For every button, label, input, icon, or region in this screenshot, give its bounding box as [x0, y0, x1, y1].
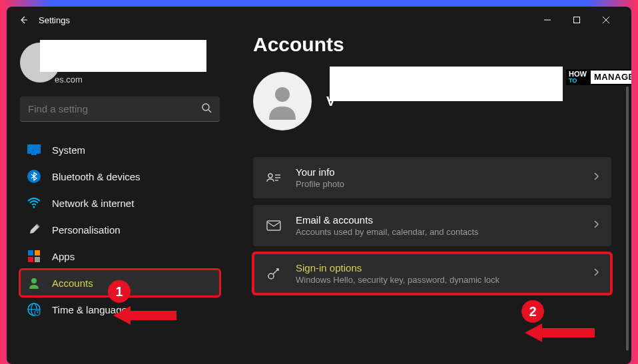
scrollbar[interactable]: [626, 87, 629, 351]
svg-point-26: [268, 273, 274, 279]
page-title: Accounts: [253, 33, 611, 56]
maximize-button[interactable]: [570, 13, 583, 27]
system-icon: [27, 142, 41, 157]
search-box[interactable]: [20, 96, 220, 122]
svg-rect-7: [31, 154, 37, 155]
user-block[interactable]: es.com: [20, 40, 220, 85]
card-title: Your info: [296, 166, 579, 178]
svg-rect-6: [27, 144, 41, 154]
person-icon: [27, 275, 41, 290]
svg-point-9: [33, 206, 35, 208]
svg-marker-27: [113, 306, 176, 325]
svg-point-4: [202, 104, 209, 110]
card-email-accounts[interactable]: Email & accounts Accounts used by email,…: [253, 205, 611, 246]
back-button[interactable]: [13, 10, 33, 30]
window-title: Settings: [39, 15, 70, 25]
annotation-badge-2: 2: [521, 300, 544, 323]
card-title: Email & accounts: [296, 214, 579, 226]
svg-point-21: [268, 174, 272, 178]
profile-row: V HOWTO MANAGE DEVICES: [253, 72, 611, 130]
svg-rect-12: [28, 257, 33, 262]
id-icon: [265, 172, 282, 184]
avatar-large: [253, 72, 312, 130]
brush-icon: [27, 222, 41, 237]
card-subtitle: Windows Hello, security key, password, d…: [296, 275, 579, 285]
card-sign-in-options[interactable]: Sign-in options Windows Hello, security …: [253, 253, 611, 294]
chevron-right-icon: [593, 268, 599, 279]
wifi-icon: [27, 196, 41, 210]
key-icon: [265, 266, 282, 281]
mail-icon: [265, 220, 282, 231]
card-title: Sign-in options: [296, 262, 579, 273]
bluetooth-icon: [27, 169, 41, 184]
svg-line-5: [208, 110, 211, 112]
chevron-right-icon: [593, 220, 599, 232]
annotation-arrow-2: [525, 319, 598, 346]
svg-rect-13: [35, 257, 40, 262]
search-input[interactable]: [28, 103, 201, 114]
titlebar: Settings: [7, 7, 631, 33]
svg-marker-28: [525, 323, 595, 342]
chevron-right-icon: [593, 172, 599, 184]
card-subtitle: Accounts used by email, calendar, and co…: [296, 227, 579, 237]
card-subtitle: Profile photo: [296, 179, 579, 189]
annotation-arrow-1: [113, 302, 180, 329]
sidebar-item-network[interactable]: Network & internet: [20, 190, 220, 216]
search-icon: [201, 102, 212, 116]
svg-rect-10: [28, 250, 33, 256]
svg-point-20: [275, 87, 290, 102]
svg-rect-25: [267, 221, 280, 230]
sidebar-item-bluetooth[interactable]: Bluetooth & devices: [20, 163, 220, 190]
sidebar-item-personalisation[interactable]: Personalisation: [20, 216, 220, 243]
redaction-box: [40, 40, 206, 72]
close-button[interactable]: [599, 13, 613, 27]
user-email-suffix: es.com: [55, 75, 83, 85]
redaction-box-main: [330, 67, 563, 101]
apps-icon: [27, 249, 41, 264]
sidebar-item-system[interactable]: System: [20, 136, 220, 163]
watermark: HOWTO MANAGE DEVICES: [566, 69, 631, 85]
svg-rect-1: [574, 17, 580, 23]
main-content: Accounts V HOWTO MANAGE DEVICES: [233, 33, 631, 364]
sidebar-item-apps[interactable]: Apps: [20, 243, 220, 270]
annotation-badge-1: 1: [108, 280, 131, 303]
card-your-info[interactable]: Your info Profile photo: [253, 157, 611, 198]
svg-rect-11: [35, 250, 40, 256]
globe-icon: [27, 302, 41, 317]
minimize-button[interactable]: [541, 13, 554, 27]
svg-point-14: [31, 278, 37, 283]
